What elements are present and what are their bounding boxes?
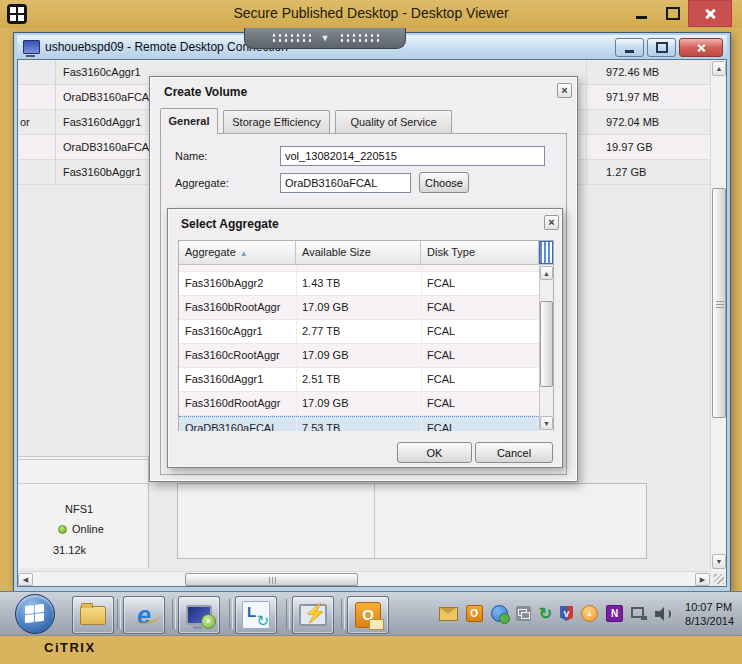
terminal-icon: ⚡ [299,604,327,626]
ok-button[interactable]: OK [397,442,472,463]
dialog-title: Select Aggregate [181,217,279,231]
taskbar-button-outlook[interactable]: O [347,596,389,634]
rdp-minimize-button[interactable] [615,38,644,57]
citrix-wallpaper-logo: CiTRIX [44,640,96,655]
select-aggregate-dialog: Select Aggregate × Aggregate▲ Available … [167,208,563,468]
scroll-down-button[interactable]: ▼ [712,554,726,569]
table-body: Fas3160bAggr11.43 TBFCAL Fas3160bAggr21.… [179,265,539,431]
tray-outlook-icon[interactable]: O [466,605,483,622]
taskbar-separator [286,599,290,629]
tray-window-stack-icon[interactable] [516,606,531,621]
sync-app-icon: L↻ [242,601,270,629]
column-header-aggregate[interactable]: Aggregate▲ [179,241,296,265]
tray-mail-icon[interactable] [439,607,458,621]
aggregate-size: 1.27 GB [606,166,646,178]
scroll-down-button[interactable]: ▼ [540,416,553,430]
chevron-down-icon: ▼ [321,34,330,43]
taskbar: e x L↻ ⚡ O O ↻ V ▲ N 10:07 PM 8/13/2014 [0,591,742,636]
column-label: Aggregate [185,246,236,258]
taskbar-button-terminal[interactable]: ⚡ [292,596,334,634]
internet-explorer-icon: e [137,603,151,627]
horizontal-scrollbar[interactable]: ◀ ▶ [18,571,710,586]
scroll-up-button[interactable]: ▲ [540,266,553,280]
tray-onenote-icon[interactable]: N [606,605,623,622]
scroll-right-icon: ▶ [700,576,705,584]
rdp-restore-button[interactable] [647,38,676,57]
horizontal-scrollbar-thumb[interactable] [185,573,358,586]
table-row[interactable]: Fas3160bRootAggr17.09 GBFCAL [179,296,539,320]
table-row[interactable]: Fas3160bAggr11.43 TBFCAL [179,265,539,272]
viewer-minimize-button[interactable] [628,0,654,27]
taskbar-separator [172,599,176,629]
tray-sync-status-icon[interactable] [491,605,508,622]
grip-dots-icon [339,33,379,44]
scroll-left-button[interactable]: ◀ [18,573,33,586]
aggregate-size: 971.97 MB [606,91,659,103]
tray-green-sync-icon[interactable]: ↻ [539,606,552,621]
tab-general[interactable]: General [160,108,218,134]
tray-update-icon[interactable]: ▲ [581,605,598,622]
cancel-button[interactable]: Cancel [475,442,553,463]
table-row[interactable]: Fas3160bAggr21.43 TBFCAL [179,272,539,296]
start-button[interactable] [15,594,55,634]
tray-antivirus-shield-icon[interactable]: V [560,606,573,621]
row-left-cell [18,60,56,85]
table-row-selected[interactable]: OraDB3160aFCAL7.53 TBFCAL [179,416,539,431]
restore-icon [656,42,668,53]
envelope-icon [369,619,384,630]
tray-volume-icon[interactable] [655,607,671,621]
table-row[interactable]: Fas3160cRootAggr17.09 GBFCAL [179,344,539,368]
row-left-cell [18,85,56,110]
screen: Secure Published Desktop - Desktop Viewe… [0,0,742,664]
taskbar-clock[interactable]: 10:07 PM 8/13/2014 [685,600,734,628]
tab-storage-efficiency[interactable]: Storage Efficiency [223,110,330,133]
resize-grip[interactable] [710,571,726,586]
vertical-scrollbar-thumb[interactable] [712,188,726,418]
table-vertical-scrollbar[interactable]: ▲ ▼ [539,265,553,431]
dialog-close-button[interactable]: × [557,83,572,98]
taskbar-button-internet-explorer[interactable]: e [123,596,165,634]
folder-icon [80,606,106,625]
row-left-cell: or [18,110,56,135]
details-pane [177,483,647,559]
viewer-maximize-button[interactable] [660,0,686,27]
column-header-available-size[interactable]: Available Size [296,241,421,265]
tab-quality-of-service[interactable]: Quality of Service [335,110,452,133]
aggregate-input[interactable]: OraDB3160aFCAL [280,173,411,193]
column-chooser-icon[interactable] [539,241,553,264]
tray-network-icon[interactable] [631,607,647,620]
rdp-window: ushouebspd09 - Remote Desktop Connection… [13,32,731,592]
volume-name-input[interactable]: vol_13082014_220515 [280,146,545,166]
taskbar-button-remote-session[interactable]: x [178,596,220,634]
dialog-close-button[interactable]: × [544,215,559,230]
viewer-close-button[interactable] [688,0,732,27]
row-left-cell [18,135,56,160]
column-header-disk-type[interactable]: Disk Type [421,241,539,265]
scroll-up-icon: ▲ [543,270,550,277]
choose-button[interactable]: Choose [419,172,469,193]
sort-ascending-icon: ▲ [240,249,248,258]
clock-date: 8/13/2014 [685,614,734,628]
connected-badge-icon: x [201,614,216,629]
table-row[interactable]: Fas3160cAggr12.77 TBFCAL [179,320,539,344]
minimize-icon [636,16,647,19]
scroll-right-button[interactable]: ▶ [695,573,710,586]
table-row[interactable]: Fas3160dAggr12.51 TBFCAL [179,368,539,392]
aggregate-size: 19.97 GB [606,141,652,153]
rdp-close-button[interactable] [679,38,723,57]
taskbar-button-sync-app[interactable]: L↻ [235,596,277,634]
aggregate-size: 972.04 MB [606,116,659,128]
close-icon [696,43,706,53]
aggregate-label: Aggregate: [175,177,229,189]
table-row[interactable]: Fas3160dRootAggr17.09 GBFCAL [179,392,539,416]
table-scrollbar-thumb[interactable] [540,301,553,387]
taskbar-separator [117,599,121,629]
taskbar-button-explorer[interactable] [72,596,114,634]
vertical-scrollbar[interactable]: ▲ ▼ [710,60,726,571]
citrix-toolbar-handle[interactable]: ▼ [244,28,406,49]
name-label: Name: [175,150,207,162]
remote-desktop-icon [23,40,40,54]
scroll-up-button[interactable]: ▲ [712,61,726,76]
dialog-title: Create Volume [164,85,247,99]
outlook-icon: O [355,602,381,628]
